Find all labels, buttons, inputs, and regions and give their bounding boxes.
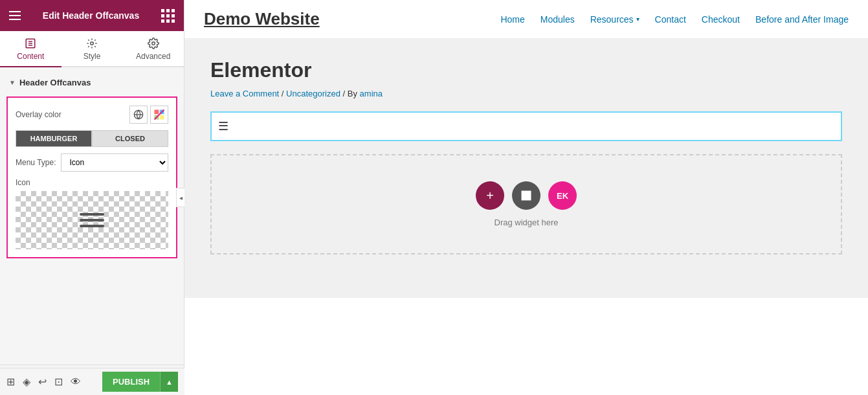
slash-color-button[interactable] bbox=[150, 106, 168, 124]
menu-type-label: Menu Type: bbox=[16, 158, 56, 167]
site-header: Demo Website Home Modules Resources ▾ Co… bbox=[184, 0, 868, 39]
global-color-button[interactable] bbox=[129, 106, 148, 124]
hamburger-closed-toggle: HAMBURGER CLOSED bbox=[16, 130, 168, 147]
responsive-icon[interactable]: ⊡ bbox=[54, 376, 63, 388]
bottom-bar: ⊞ ◈ ↩ ⊡ 👁 PUBLISH ▲ bbox=[0, 368, 184, 395]
tab-advanced-label: Advanced bbox=[136, 52, 170, 61]
nav-before-after[interactable]: Before and After Image bbox=[755, 14, 849, 25]
panel-tabs: Content Style Advanced bbox=[0, 31, 184, 67]
nav-resources[interactable]: Resources ▾ bbox=[590, 14, 640, 25]
section-title: Header Offcanvas bbox=[19, 78, 91, 87]
menu-type-select[interactable]: Icon bbox=[61, 153, 168, 172]
svg-point-5 bbox=[151, 42, 155, 45]
tab-style[interactable]: Style bbox=[61, 31, 123, 67]
nav-home[interactable]: Home bbox=[500, 14, 524, 25]
publish-dropdown-button[interactable]: ▲ bbox=[160, 372, 178, 392]
tab-content-label: Content bbox=[17, 52, 44, 61]
preview-icon[interactable]: 👁 bbox=[71, 376, 81, 388]
post-title: Elementor bbox=[210, 58, 842, 82]
hamburger-widget-icon: ☰ bbox=[218, 119, 228, 133]
tab-style-label: Style bbox=[83, 52, 101, 61]
hamburger-menu-icon[interactable] bbox=[9, 11, 21, 20]
svg-rect-8 bbox=[155, 110, 159, 115]
drop-zone-buttons: + EK bbox=[476, 181, 577, 210]
panel-collapse-button[interactable]: ◂ bbox=[176, 188, 185, 207]
add-widget-button[interactable]: + bbox=[476, 181, 504, 210]
svg-point-4 bbox=[91, 42, 94, 45]
nav-checkout[interactable]: Checkout bbox=[702, 14, 740, 25]
hamburger-preview-icon bbox=[80, 213, 104, 227]
grid-view-icon[interactable] bbox=[161, 9, 175, 23]
elements-icon[interactable]: ◈ bbox=[23, 376, 30, 388]
closed-toggle-button[interactable]: CLOSED bbox=[92, 130, 168, 147]
icon-preview[interactable] bbox=[16, 191, 168, 249]
publish-button[interactable]: PUBLISH bbox=[102, 372, 160, 392]
add-section-button[interactable] bbox=[512, 181, 540, 210]
menu-type-row: Menu Type: Icon bbox=[16, 153, 168, 172]
svg-rect-13 bbox=[522, 191, 531, 201]
ek-label: EK bbox=[557, 191, 568, 201]
content-area: Elementor Leave a Comment / Uncategorize… bbox=[184, 39, 868, 298]
preview-area: Demo Website Home Modules Resources ▾ Co… bbox=[184, 0, 868, 395]
overlay-color-label: Overlay color bbox=[16, 110, 61, 119]
ek-button[interactable]: EK bbox=[548, 181, 577, 210]
hamburger-toggle-button[interactable]: HAMBURGER bbox=[16, 130, 92, 147]
collapse-icon: ◂ bbox=[179, 194, 183, 201]
tab-advanced[interactable]: Advanced bbox=[122, 31, 184, 67]
panel-body: ▼ Header Offcanvas Overlay color bbox=[0, 67, 184, 365]
publish-btn-group: PUBLISH ▲ bbox=[102, 372, 178, 392]
category-link[interactable]: Uncategorized bbox=[286, 89, 340, 98]
tab-content[interactable]: Content bbox=[0, 31, 61, 67]
post-meta: Leave a Comment / Uncategorized / By ami… bbox=[210, 89, 842, 98]
section-header-offcanvas[interactable]: ▼ Header Offcanvas bbox=[0, 74, 184, 91]
drop-zone[interactable]: + EK Drag widget here bbox=[210, 154, 842, 254]
panel-header: Edit Header Offcanvas bbox=[0, 0, 184, 31]
leave-comment-link[interactable]: Leave a Comment bbox=[210, 89, 279, 98]
nav-contact[interactable]: Contact bbox=[655, 14, 686, 25]
overlay-color-row: Overlay color bbox=[16, 106, 168, 124]
panel-title: Edit Header Offcanvas bbox=[43, 10, 139, 21]
icon-field: Icon bbox=[16, 178, 168, 249]
hamburger-widget[interactable]: ☰ bbox=[210, 111, 842, 141]
nav-modules[interactable]: Modules bbox=[540, 14, 575, 25]
color-controls bbox=[129, 106, 168, 124]
layers-icon[interactable]: ⊞ bbox=[6, 376, 15, 388]
svg-rect-11 bbox=[160, 115, 164, 120]
site-logo: Demo Website bbox=[204, 9, 320, 29]
resources-dropdown-icon: ▾ bbox=[636, 16, 640, 23]
author-link[interactable]: amina bbox=[360, 89, 383, 98]
site-nav: Home Modules Resources ▾ Contact Checkou… bbox=[500, 14, 849, 25]
undo-icon[interactable]: ↩ bbox=[38, 376, 47, 388]
icon-label: Icon bbox=[16, 178, 168, 187]
highlighted-fields-box: Overlay color bbox=[6, 96, 177, 258]
meta-sep2: / By bbox=[343, 89, 357, 98]
drag-widget-text: Drag widget here bbox=[495, 218, 559, 227]
section-arrow-icon: ▼ bbox=[9, 79, 16, 86]
meta-sep1: / bbox=[282, 89, 284, 98]
